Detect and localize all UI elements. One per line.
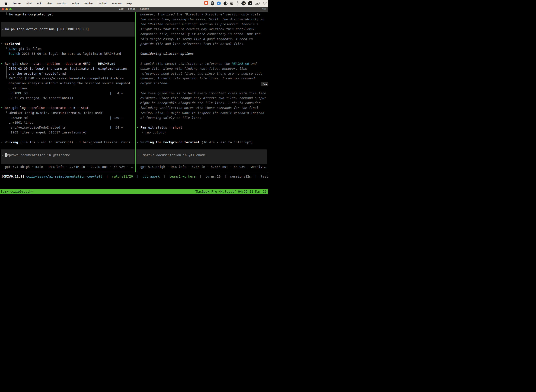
tmux-host-clock: "MacBook-Pro-44.local" 04:52 31-Mar-26 [194, 189, 267, 194]
git-log-output-line-4: src/voice/voiceModeEnabled.ts | 54 + [10, 126, 123, 129]
menu-item-view[interactable]: View [46, 2, 52, 5]
menu-item-help[interactable]: Help [126, 2, 132, 5]
right-session-status-line: gpt-5.4 xhigh · 96% left · 520K in · 5.8… [140, 165, 266, 169]
tree-connector-line [6, 66, 7, 77]
tmux-status-bar: [omx-cczip0:bash* "MacBook-Pro-44.local"… [0, 189, 268, 194]
git-show-output-line-5: 2 files changed, 92 insertions(+) [10, 96, 73, 100]
squiggle-icon[interactable] [236, 1, 239, 6]
thinking-paragraph-line: of focusing solely on file lines. [140, 116, 203, 120]
git-log-command-line: • Ran git log --oneline --decorate -n 5 … [1, 106, 89, 110]
thinking-paragraph-line: companion file, especially if more comme… [140, 32, 260, 36]
thinking-paragraph-line: the "Related research writing" section i… [140, 22, 258, 26]
window-title-bar: omx --xhigh --madmax ⌥⌘1 [0, 7, 268, 12]
screen-share-icon[interactable] [204, 1, 208, 5]
git-show-output-line-2: companion analysis without altering the … [9, 81, 131, 85]
thinking-paragraph-line: provide file and line references from th… [140, 42, 245, 46]
menu-item-session[interactable]: Session [57, 2, 67, 5]
explored-list-line: └ List git ls-files [5, 47, 42, 51]
git-log-output-line-1: └ 4b9d30f (origin/main, instructkr/main,… [5, 111, 103, 115]
menu-item-toolbelt[interactable]: Toolbelt [98, 2, 107, 5]
thinking-paragraph-line: However, I noticed the "Directory Struct… [140, 13, 260, 16]
menu-bar-status-icons: ..61 A [204, 0, 267, 7]
thinking-paragraph-line: review. Also, I might want to inspect th… [140, 111, 264, 115]
left-pane-bottom-border [0, 172, 136, 172]
shield-keys-icon[interactable] [211, 1, 214, 5]
git-show-output-line-3: … +2 lines [9, 86, 28, 90]
thinking-paragraph-line: this single essay, it seems like a good … [140, 37, 253, 41]
screen: iTerm2 Shell Edit View Session Scripts P… [0, 0, 268, 196]
thinking-paragraph-line: essay file, along with finding root file… [140, 67, 247, 71]
thinking-paragraph-line: references need actual files, and since … [140, 72, 262, 75]
menu-item-profiles[interactable]: Profiles [84, 2, 93, 5]
menu-item-window[interactable]: Window [112, 2, 121, 5]
thinking-paragraph-line: The team guideline is to back every impo… [140, 91, 266, 95]
right-prompt-text[interactable]: › Improve documentation in @filename [137, 153, 206, 157]
thinking-paragraph-line: evidence. Since this change only affects… [140, 96, 266, 100]
thinking-paragraph-line: might be acceptable alongside the file l… [140, 101, 260, 105]
right-pane-bottom-border [136, 172, 268, 172]
window-shortcut-badge: ⌥⌘1 [262, 8, 266, 10]
count-badge-icon[interactable]: ..61 [241, 1, 246, 5]
git-show-output-line-1: └ 067f154 (HEAD -> essay/ai-reimplementa… [5, 76, 124, 80]
crescent-app-icon[interactable] [224, 1, 228, 5]
thinking-paragraph-line: the source tree, missing the essay. Stil… [140, 17, 264, 21]
menu-item-scripts[interactable]: Scripts [72, 2, 80, 5]
dots-grid-icon[interactable] [230, 2, 233, 5]
pane-divider-vertical[interactable] [135, 12, 136, 172]
thinking-paragraph-line: including verification notes with those … [140, 106, 258, 110]
tmux-session-label[interactable]: [omx-cczip0:bash* [1, 189, 33, 194]
git-status-command-line: • Ran git status --short [137, 126, 182, 129]
git-log-output-line-3: … +1901 lines [9, 121, 34, 125]
git-show-command-line: • Ran git show --stat --oneline --decora… [1, 62, 115, 66]
screen-overlay-chip[interactable]: Scre [261, 82, 268, 86]
thinking-heading: Considering citation options [140, 52, 194, 56]
git-show-arg-line-1: 2026-03-09-is-legal-the-same-as-legitima… [9, 67, 129, 71]
git-show-arg-line-2: and-the-erosion-of-copyleft.md [9, 72, 66, 75]
thinking-paragraph-line: I could cite commit statistics or refere… [140, 62, 257, 66]
thinking-paragraph-line: slight risk that future readers may over… [140, 27, 255, 31]
git-status-output-line: └ (no output) [141, 131, 166, 134]
git-show-output-line-4: README.md | 4 + [10, 91, 123, 95]
menu-item-iterm2[interactable]: iTerm2 [13, 2, 21, 5]
inject-line: › Ralph loop active continue [OMX_TMUX_I… [1, 27, 89, 31]
left-working-status-line: • Working (11m 13s • esc to interrupt) ·… [1, 140, 132, 144]
battery-icon[interactable] [255, 2, 260, 5]
explored-header-line: • Explored [1, 42, 20, 46]
thinking-paragraph-line: output instead. [140, 81, 169, 85]
menu-item-shell[interactable]: Shell [26, 2, 32, 5]
apple-menu-icon[interactable] [5, 2, 7, 5]
left-session-status-line: gpt-5.4 xhigh · main · 91% left · 2.31M … [5, 165, 133, 169]
menu-item-edit[interactable]: Edit [37, 2, 42, 5]
thinking-paragraph-line: changes, I can't cite specific file line… [140, 76, 255, 80]
bolt-badge-icon[interactable] [217, 1, 221, 5]
no-agents-line: └ No agents completed yet [5, 13, 53, 16]
git-log-output-line-5: 1903 files changed, 513517 insertions(+) [10, 131, 87, 134]
right-waiting-status-line: • Waiting for background terminal (1m 41… [137, 140, 253, 144]
macos-menu-bar: iTerm2 Shell Edit View Session Scripts P… [0, 0, 268, 7]
explored-search-line: Search 2026-03-09-is-legal-the-same-as-l… [9, 52, 121, 56]
left-prompt-text[interactable]: › Improve documentation in @filename [1, 153, 70, 157]
omx-status-bar: [OMX#0.11.9] cczip/essay/ai-reimplementa… [1, 175, 268, 178]
git-log-output-line-2: README.md | 280 + [10, 116, 123, 120]
wifi-icon[interactable] [263, 2, 267, 5]
letter-a-icon[interactable]: A [248, 1, 252, 5]
window-title: omx --xhigh --madmax [0, 8, 268, 10]
